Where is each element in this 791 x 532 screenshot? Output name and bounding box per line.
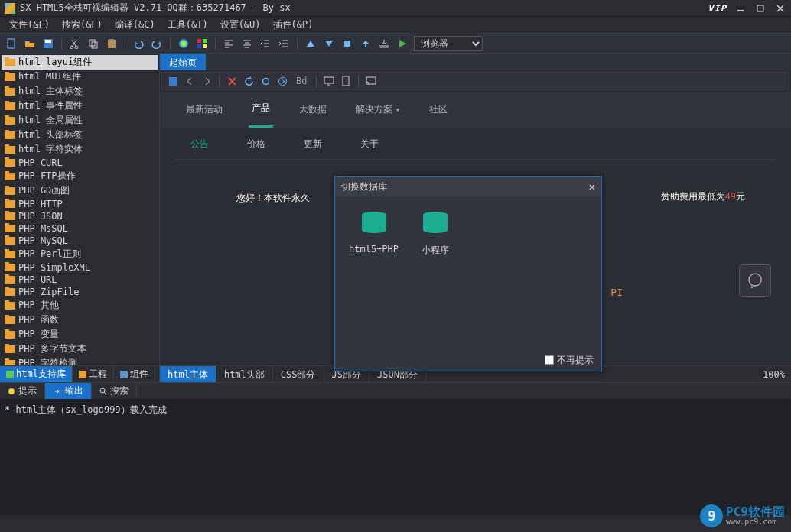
output-line: * html主体（sx_logo999）载入完成 [5, 404, 786, 417]
menu-item[interactable]: 插件(&P) [269, 17, 318, 33]
palette-icon[interactable] [195, 37, 209, 50]
menu-item[interactable]: 搜索(&F) [57, 17, 107, 33]
folder-icon [5, 251, 15, 258]
sidebar-tab[interactable]: 组件 [114, 366, 155, 382]
close-button[interactable] [774, 2, 786, 15]
subnav-item[interactable]: 更新 [304, 138, 322, 151]
tree-item[interactable]: PHP 字符检测 [2, 356, 158, 365]
menu-item[interactable]: 设置(&U) [216, 17, 265, 33]
bottom-tab[interactable]: 搜索 [92, 383, 137, 399]
tree-item[interactable]: html 主体标签 [2, 84, 158, 99]
database-icon [360, 212, 388, 239]
save-doc-icon[interactable] [167, 75, 179, 87]
cut-icon[interactable] [68, 37, 82, 50]
paste-icon[interactable] [105, 37, 119, 50]
open-file-icon[interactable] [23, 37, 37, 50]
copy-icon[interactable] [86, 37, 100, 50]
db-option-html5php[interactable]: html5+PHP [349, 212, 399, 342]
svg-rect-34 [344, 41, 350, 47]
svg-rect-6 [45, 40, 51, 43]
stop-icon[interactable] [340, 37, 354, 50]
tree-item[interactable]: PHP JSON [2, 210, 158, 222]
menu-item[interactable]: 工具(&T) [163, 17, 213, 33]
tree-item[interactable]: PHP MsSQL [2, 222, 158, 235]
nav-fwd-icon[interactable] [200, 75, 213, 87]
db-option-miniprogram[interactable]: 小程序 [422, 212, 449, 342]
next-icon[interactable] [276, 75, 288, 87]
triangle-down-icon[interactable] [322, 37, 336, 50]
tree-item[interactable]: PHP FTP操作 [2, 169, 158, 183]
subnav-item[interactable]: 价格 [247, 138, 265, 151]
menu-item[interactable]: 编译(&C) [110, 17, 160, 33]
bd-label[interactable]: Bd [293, 76, 310, 86]
mobile-icon[interactable] [340, 75, 352, 87]
tree-item[interactable]: html layui组件 [2, 55, 158, 70]
nav-item[interactable]: 解决方案▾ [353, 92, 403, 127]
vip-badge: VIP [708, 3, 727, 14]
modal-close-icon[interactable]: ✕ [589, 180, 595, 193]
tree-item[interactable]: html MUI组件 [2, 70, 158, 84]
tree-item[interactable]: PHP GD画图 [2, 183, 158, 198]
align-center-icon[interactable] [240, 37, 254, 50]
code-tab[interactable]: html主体 [160, 366, 216, 382]
code-tab[interactable]: html头部 [216, 366, 273, 382]
tree-item[interactable]: html 事件属性 [2, 99, 158, 113]
sidebar-tab[interactable]: 工程 [73, 366, 114, 382]
bottom-tab[interactable]: 提示 [0, 383, 45, 399]
subnav-item[interactable]: 关于 [360, 138, 379, 151]
minimize-button[interactable] [734, 2, 747, 15]
watermark-title: PC9软件园 [726, 506, 785, 518]
nav-item[interactable]: 最新活动 [183, 92, 226, 127]
folder-icon [5, 276, 15, 284]
tree-item[interactable]: PHP 函数 [2, 313, 158, 327]
subnav-item[interactable]: 公告 [190, 138, 209, 151]
indent-inc-icon[interactable] [277, 37, 291, 50]
maximize-button[interactable] [754, 2, 767, 15]
color-picker-icon[interactable] [177, 37, 190, 50]
nav-item[interactable]: 社区 [426, 92, 451, 127]
tree-item[interactable]: PHP CURL [2, 157, 158, 169]
save-icon[interactable] [41, 37, 55, 50]
align-left-icon[interactable] [222, 37, 236, 50]
new-file-icon[interactable] [5, 37, 18, 50]
nav-item[interactable]: 大数据 [296, 92, 330, 127]
refresh2-icon[interactable] [259, 75, 272, 87]
secondary-nav: 公告价格更新关于 [160, 128, 791, 159]
desktop-icon[interactable] [323, 75, 335, 87]
tree-item[interactable]: PHP 多字节文本 [2, 342, 158, 356]
tree-item[interactable]: PHP URL [2, 274, 158, 286]
up-icon[interactable] [359, 37, 373, 50]
undo-icon[interactable] [132, 37, 145, 50]
tree-item[interactable]: PHP 其他 [2, 298, 158, 313]
bottom-tab[interactable]: 输出 [45, 383, 92, 399]
tree-item[interactable]: html 全局属性 [2, 113, 158, 128]
tree-item[interactable]: PHP SimpleXML [2, 261, 158, 274]
browser-select[interactable]: 浏览器 [414, 36, 483, 51]
redo-icon[interactable] [150, 37, 164, 50]
run-icon[interactable] [396, 37, 409, 50]
tree-item[interactable]: PHP 变量 [2, 327, 158, 342]
chat-bubble-icon[interactable] [739, 264, 771, 297]
tree-item[interactable]: PHP Perl正则 [2, 247, 158, 261]
download-icon[interactable] [377, 37, 391, 50]
primary-nav: 最新活动产品大数据解决方案▾社区 [160, 92, 791, 128]
switch-database-modal: 切换数据库 ✕ html5+PHP 小程序 不再提示 [334, 176, 602, 371]
nav-back-icon[interactable] [184, 75, 196, 87]
tree-item[interactable]: PHP HTTP [2, 198, 158, 210]
triangle-up-icon[interactable] [304, 37, 317, 50]
indent-dec-icon[interactable] [259, 37, 272, 50]
nav-item[interactable]: 产品 [249, 91, 273, 128]
sidebar-tab[interactable]: html支持库 [0, 366, 73, 382]
delete-icon[interactable] [226, 75, 238, 87]
tree-item[interactable]: html 字符实体 [2, 142, 158, 157]
tree-view[interactable]: html layui组件html MUI组件html 主体标签html 事件属性… [0, 54, 159, 365]
tree-item[interactable]: PHP ZipFile [2, 286, 158, 298]
tree-item[interactable]: PHP MySQL [2, 235, 158, 247]
menu-item[interactable]: 文件(&F) [5, 17, 54, 33]
refresh-icon[interactable] [243, 75, 255, 87]
tab-start-page[interactable]: 起始页 [160, 54, 206, 70]
no-remind-checkbox[interactable] [545, 355, 554, 365]
code-tab[interactable]: CSS部分 [273, 366, 324, 382]
cast-icon[interactable] [365, 75, 377, 87]
tree-item[interactable]: html 头部标签 [2, 128, 158, 142]
